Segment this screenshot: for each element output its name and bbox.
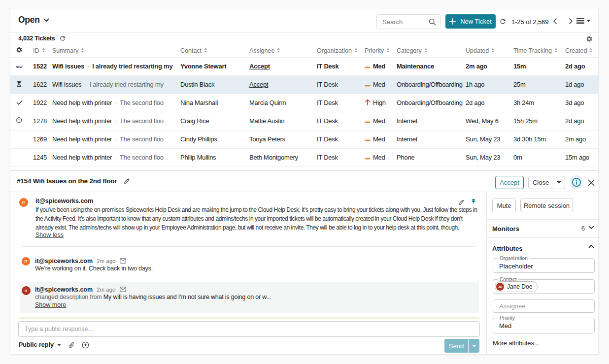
ticket-sidebar: Mute Remote session Monitors 6 Attribute… — [486, 192, 599, 356]
search-icon[interactable] — [429, 18, 436, 26]
count-bar: 4,032 Tickets — [10, 33, 598, 45]
ticket-status-cell — [10, 112, 28, 130]
pagination-next-icon[interactable] — [567, 18, 574, 25]
column-header-assignee[interactable]: Assignee — [249, 45, 316, 57]
ticket-title: #154 Wifi Issues on the 2nd floor — [17, 177, 117, 185]
monitors-section-header[interactable]: Monitors 6 — [492, 224, 594, 236]
send-button[interactable]: Send — [444, 339, 468, 353]
accept-button[interactable]: Accept — [495, 176, 524, 189]
column-settings-gear-icon[interactable] — [16, 46, 23, 53]
refresh-tickets-icon[interactable] — [59, 35, 66, 42]
new-ticket-button[interactable]: New Ticket — [445, 14, 496, 29]
sort-icon — [277, 47, 280, 54]
ticket-status-cell — [10, 148, 28, 166]
monitors-count: 6 — [581, 225, 585, 232]
ticket-contact-cell: Dustin Black — [180, 75, 249, 94]
close-button[interactable]: Close — [529, 176, 553, 189]
ticket-summary-cell: Wifi issues·I already tried restarting m… — [52, 75, 180, 94]
canned-response-icon[interactable] — [82, 341, 89, 349]
ticket-contact-cell: Philip Mullins — [180, 148, 249, 166]
attach-file-icon[interactable] — [68, 341, 75, 349]
ticket-row[interactable]: 1245 Need help with printer·The second f… — [10, 148, 599, 166]
ticket-updated-cell: Wed, May 6 — [465, 112, 513, 130]
ticket-priority-cell: Med — [363, 75, 396, 94]
ticket-organization-cell: IT Desk — [316, 57, 363, 75]
mute-button[interactable]: Mute — [492, 199, 516, 212]
grid-settings-gear-icon[interactable] — [586, 35, 593, 42]
ticket-assignee-cell: Marcia Quinn — [249, 94, 316, 112]
organization-field[interactable]: Organization Placeholder — [493, 258, 595, 273]
public-response-input[interactable] — [18, 321, 480, 337]
contact-avatar: JD — [496, 283, 504, 291]
reply-mode-dropdown[interactable]: Public reply — [19, 341, 61, 348]
feed-change-prefix: changed description from — [35, 294, 103, 300]
ticket-info-icon[interactable] — [570, 175, 583, 189]
ticket-updated-cell: 1h ago — [465, 75, 513, 94]
edit-title-pencil-icon[interactable] — [124, 178, 130, 184]
sort-icon — [204, 47, 207, 54]
column-header-summary[interactable]: Summary — [52, 45, 180, 57]
svg-text:NEW: NEW — [16, 66, 23, 68]
column-header-contact[interactable]: Contact — [180, 45, 249, 57]
column-header-priority[interactable]: Priority — [363, 45, 396, 57]
plus-icon — [449, 18, 456, 25]
ticket-status-cell — [10, 130, 28, 148]
ticket-row[interactable]: 1278 Need help with printer·The second f… — [10, 112, 599, 130]
ticket-organization-cell: IT Desk — [316, 112, 363, 130]
column-header-updated[interactable]: Updated — [465, 45, 513, 57]
column-header-organization[interactable]: Organization — [316, 45, 363, 57]
sidebar-divider — [487, 219, 600, 220]
ticket-row[interactable]: 1622 Wifi issues·I already tried restart… — [10, 75, 599, 94]
ticket-detail-panel: #154 Wifi Issues on the 2nd floor Accept… — [10, 170, 599, 355]
show-more-link[interactable]: Show more — [35, 301, 66, 308]
search-input[interactable] — [382, 15, 427, 29]
close-detail-x-icon[interactable] — [587, 179, 595, 187]
priority-med-icon — [365, 121, 371, 123]
show-less-link[interactable]: Show less — [35, 232, 64, 238]
view-density-menu[interactable] — [576, 17, 591, 24]
column-header-time-tracking[interactable]: Time Tracking — [513, 45, 564, 57]
main-card: Open New Ticket 1-25 of 2,569 4,032 Tick… — [10, 8, 599, 355]
table-header-row: ID Summary Contact Assignee Organization… — [10, 45, 599, 57]
close-options-caret[interactable] — [553, 176, 565, 189]
ticket-category-cell: Onboarding/Offboarding — [396, 75, 465, 94]
edit-pencil-icon[interactable] — [458, 199, 465, 205]
caret-down-icon — [586, 20, 591, 22]
pin-icon[interactable] — [471, 198, 476, 205]
accept-ticket-link[interactable]: Accept — [249, 63, 270, 70]
column-header-id[interactable]: ID — [28, 45, 52, 57]
feed-avatar: IT — [22, 257, 30, 265]
feed-author: it@spiceworks.com — [35, 258, 93, 265]
ticket-summary-cell: Need help with printer·The second floo — [52, 130, 180, 148]
ticket-assignee-cell: Tonya Peters — [249, 130, 316, 148]
ticket-created-cell: 2d ago — [564, 112, 599, 130]
more-attributes-link[interactable]: More attributes... — [493, 339, 539, 347]
assignee-input[interactable] — [493, 300, 594, 312]
column-header-created[interactable]: Created — [564, 45, 599, 57]
ticket-category-cell: Maintenance — [396, 57, 465, 75]
ticket-updated-cell: 2d ago — [465, 94, 513, 112]
ticket-filter-dropdown[interactable]: Open — [18, 15, 49, 25]
pagination-info: 1-25 of 2,569 — [511, 18, 548, 26]
contact-field[interactable]: Contact JD Jane Doe — [493, 279, 595, 294]
column-header-category[interactable]: Category — [396, 45, 465, 57]
feed-avatar: IT — [22, 286, 31, 295]
ticket-category-cell: Phone — [396, 148, 465, 166]
ticket-row[interactable]: 1269 Need help with printer·The second f… — [10, 130, 599, 148]
ticket-summary-cell: Need help with printer·The second floo — [52, 148, 180, 166]
chevron-down-icon — [43, 18, 49, 22]
pagination-prev-icon[interactable] — [552, 18, 559, 25]
refresh-icon[interactable] — [499, 18, 507, 25]
ticket-row[interactable]: 1922 Need help with printer·The second f… — [10, 94, 599, 112]
caret-down-icon — [557, 181, 561, 184]
attributes-section-header[interactable]: Attributes — [492, 244, 594, 253]
accept-ticket-link[interactable]: Accept — [249, 81, 268, 88]
top-toolbar: Open New Ticket 1-25 of 2,569 — [10, 8, 598, 33]
send-options-caret[interactable] — [468, 339, 479, 353]
ticket-updated-cell: Sun, May 23 — [465, 148, 513, 166]
density-icon — [576, 17, 584, 24]
priority-field[interactable]: Priority Med — [493, 318, 595, 333]
remote-session-button[interactable]: Remote session — [520, 199, 573, 212]
contact-chip[interactable]: JD Jane Doe — [495, 281, 538, 292]
ticket-row[interactable]: NEW 1522 Wifi issues·I already tried res… — [10, 57, 599, 75]
